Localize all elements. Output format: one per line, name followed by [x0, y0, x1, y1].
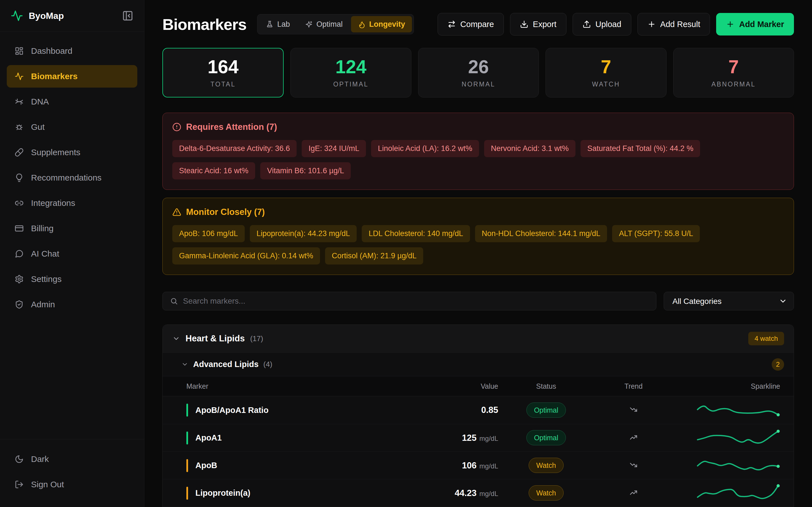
sidebar-item-label: AI Chat: [31, 249, 59, 259]
table-row[interactable]: Lipoprotein(a) 44.23mg/dL Watch: [163, 479, 794, 507]
column-header-status: Status: [536, 382, 556, 390]
sidebar-item-dna[interactable]: DNA: [7, 91, 137, 113]
attention-chip: Linoleic Acid (LA): 16.2 wt%: [371, 140, 479, 157]
sign-out-button[interactable]: Sign Out: [7, 473, 137, 496]
tab-longevity[interactable]: Longevity: [351, 16, 412, 33]
sidebar-item-recommendations[interactable]: Recommendations: [7, 166, 137, 189]
compare-icon: [448, 20, 456, 29]
theme-toggle[interactable]: Dark: [7, 448, 137, 470]
attention-chip: Delta-6-Desaturase Activity: 36.6: [172, 140, 297, 157]
table-row[interactable]: ApoB/ApoA1 Ratio 0.85 Optimal: [163, 396, 794, 424]
stat-label: NORMAL: [462, 80, 495, 88]
sidebar-item-label: Recommendations: [31, 173, 101, 182]
upload-icon: [582, 20, 591, 29]
marker-value: 106: [462, 460, 477, 470]
stat-label: TOTAL: [210, 80, 236, 88]
advanced-lipids-header[interactable]: Advanced Lipids (4) 2: [163, 352, 794, 376]
stat-label: OPTIMAL: [333, 80, 368, 88]
sidebar-item-integrations[interactable]: Integrations: [7, 192, 137, 214]
activity-icon: [15, 72, 24, 81]
sidebar-item-label: Admin: [31, 300, 55, 309]
column-header-sparkline: Sparkline: [751, 382, 780, 390]
alert-triangle-icon: [172, 208, 181, 217]
marker-value: 44.23: [455, 488, 477, 498]
trend-cell: [629, 433, 638, 443]
heart-lipids-header[interactable]: Heart & Lipids (17) 4 watch: [163, 325, 794, 352]
app-title: ByoMap: [29, 11, 64, 21]
category-select[interactable]: All Categories: [664, 292, 794, 311]
trend-cell: [629, 489, 638, 498]
sidebar-nav: Dashboard Biomarkers DNA Gut Supplements…: [0, 32, 144, 439]
tab-label: Longevity: [369, 20, 405, 29]
stat-card-optimal[interactable]: 124 OPTIMAL: [290, 48, 411, 98]
column-header-marker: Marker: [186, 382, 425, 390]
status-badge: Optimal: [526, 402, 566, 418]
lightbulb-icon: [15, 173, 24, 182]
marker-name: ApoB: [195, 461, 217, 470]
status-cell: Optimal: [526, 434, 566, 441]
upload-button[interactable]: Upload: [573, 13, 631, 36]
status-cell: Optimal: [526, 407, 566, 414]
stat-value: 7: [601, 57, 611, 76]
sidebar-item-label: Billing: [31, 224, 54, 233]
monitor-chip: ApoB: 106 mg/dL: [172, 225, 245, 242]
stat-card-total[interactable]: 164 TOTAL: [162, 48, 284, 98]
tab-label: Lab: [277, 20, 290, 29]
sidebar-item-dashboard[interactable]: Dashboard: [7, 40, 137, 62]
stat-label: WATCH: [592, 80, 620, 88]
pill-icon: [15, 148, 24, 157]
download-icon: [520, 20, 528, 29]
attention-chip: Vitamin B6: 101.6 µg/L: [260, 162, 351, 179]
monitor-chip: Gamma-Linolenic Acid (GLA): 0.14 wt%: [172, 247, 320, 265]
sidebar-item-billing[interactable]: Billing: [7, 217, 137, 240]
button-label: Upload: [596, 20, 621, 29]
gear-icon: [15, 275, 24, 284]
tab-lab[interactable]: Lab: [259, 16, 297, 33]
stat-card-abnormal[interactable]: 7 ABNORMAL: [673, 48, 794, 98]
plus-icon: [726, 20, 734, 29]
sidebar-item-biomarkers[interactable]: Biomarkers: [7, 65, 137, 88]
stat-card-watch[interactable]: 7 WATCH: [546, 48, 666, 98]
attention-chip: Nervonic Acid: 3.1 wt%: [484, 140, 575, 157]
link-icon: [15, 199, 24, 208]
search-input[interactable]: [183, 297, 649, 305]
sidebar-item-gut[interactable]: Gut: [7, 116, 137, 138]
header-actions: Compare Export Upload Add Result Add Mar…: [438, 13, 794, 36]
export-button[interactable]: Export: [510, 13, 566, 36]
monitor-chips: ApoB: 106 mg/dLLipoprotein(a): 44.23 mg/…: [172, 225, 784, 265]
sidebar-collapse-button[interactable]: [122, 10, 133, 21]
marker-cell: ApoB: [186, 459, 425, 472]
logo-pulse-icon: [11, 10, 23, 22]
status-accent-bar: [186, 459, 188, 472]
add-result-button[interactable]: Add Result: [638, 13, 710, 36]
sidebar-item-ai-chat[interactable]: AI Chat: [7, 242, 137, 265]
sparkline-cell: [696, 455, 780, 476]
marker-name: ApoB/ApoA1 Ratio: [195, 406, 268, 415]
sidebar-item-settings[interactable]: Settings: [7, 268, 137, 290]
value-cell: 0.85: [481, 405, 498, 415]
table-row[interactable]: ApoB 106mg/dL Watch: [163, 452, 794, 479]
button-label: Export: [533, 20, 557, 29]
flask-icon: [266, 20, 273, 28]
app-root: ByoMap Dashboard Biomarkers DNA Gut Supp…: [0, 0, 812, 507]
bug-icon: [15, 122, 24, 131]
chevron-down-icon: [172, 335, 180, 342]
add-marker-button[interactable]: Add Marker: [716, 13, 794, 36]
compare-button[interactable]: Compare: [438, 13, 504, 36]
trend-cell: [629, 405, 638, 415]
sidebar-item-supplements[interactable]: Supplements: [7, 141, 137, 164]
tab-optimal[interactable]: Optimal: [298, 16, 349, 33]
sparkles-icon: [305, 20, 313, 28]
tab-label: Optimal: [316, 20, 343, 29]
monitor-closely-panel: Monitor Closely (7) ApoB: 106 mg/dLLipop…: [162, 198, 794, 275]
sidebar-header: ByoMap: [0, 0, 144, 32]
sidebar-item-label: Supplements: [31, 148, 80, 157]
stat-card-normal[interactable]: 26 NORMAL: [418, 48, 539, 98]
status-cell: Watch: [529, 462, 564, 469]
category-select-input[interactable]: All Categories: [664, 292, 794, 311]
sidebar-item-label: Gut: [31, 122, 45, 132]
sidebar-item-admin[interactable]: Admin: [7, 293, 137, 316]
alert-circle-icon: [172, 122, 181, 131]
table-row[interactable]: ApoA1 125mg/dL Optimal: [163, 424, 794, 452]
chat-icon: [15, 249, 24, 258]
